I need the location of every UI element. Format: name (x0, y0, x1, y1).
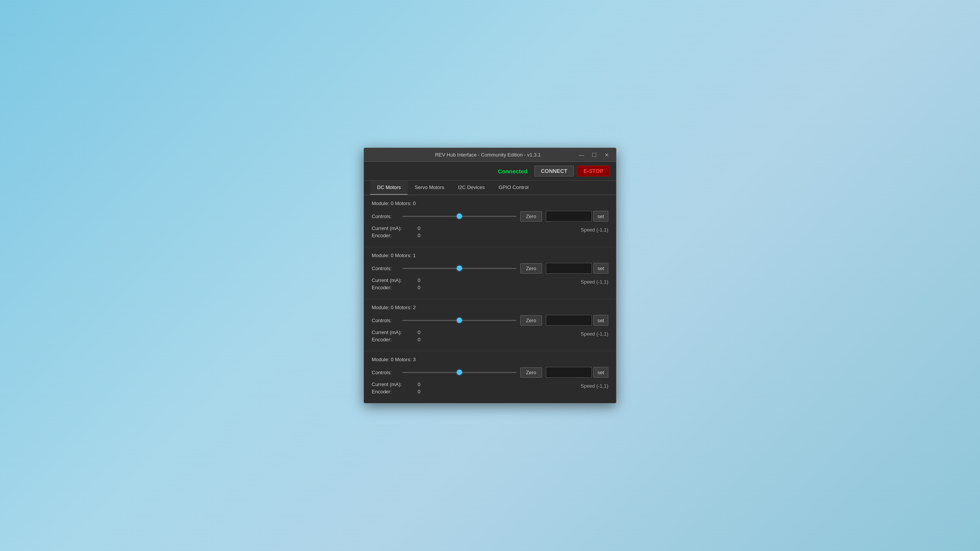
minimize-button[interactable]: — (577, 152, 586, 158)
motor-3-set-button[interactable]: set (593, 367, 608, 378)
motor-2-encoder-row: Encoder: 0 (372, 337, 420, 342)
motor-0-slider[interactable] (402, 212, 516, 220)
motor-2-encoder-label: Encoder: (372, 337, 418, 342)
motor-0-speed-label: Speed (-1,1) (581, 227, 608, 233)
tab-bar: DC Motors Servo Motors I2C Devices GPIO … (364, 181, 616, 195)
motor-0-set-row: set (546, 211, 608, 222)
motor-1-set-input[interactable] (546, 263, 592, 274)
motor-3-title: Module: 0 Motors: 3 (372, 357, 608, 362)
motor-2-controls-label: Controls: (372, 318, 399, 323)
motor-1-set-button[interactable]: set (593, 263, 608, 274)
motor-1-encoder-value: 0 (418, 285, 420, 290)
motor-1-speed-label: Speed (-1,1) (581, 279, 608, 285)
motor-1-slider[interactable] (402, 264, 516, 272)
window-title: REV Hub Interface - Community Edition - … (399, 152, 577, 158)
motor-2-set-button[interactable]: set (593, 315, 608, 326)
motor-1-current-value: 0 (418, 277, 420, 283)
motor-2-title: Module: 0 Motors: 2 (372, 305, 608, 310)
motor-3-current-row: Current (mA): 0 (372, 381, 420, 387)
motor-1-current-row: Current (mA): 0 (372, 277, 420, 283)
tab-servo-motors[interactable]: Servo Motors (408, 181, 451, 195)
motor-2-zero-button[interactable]: Zero (520, 315, 542, 326)
connect-button[interactable]: CONNECT (534, 166, 574, 176)
motor-0-controls-label: Controls: (372, 214, 399, 219)
motor-0-current-row: Current (mA): 0 (372, 225, 420, 231)
content-area: Module: 0 Motors: 0 Controls: Zero set (364, 195, 616, 403)
window-controls: — ☐ ✕ (577, 152, 611, 158)
connection-status: Connected (494, 166, 531, 176)
motor-1-encoder-row: Encoder: 0 (372, 285, 420, 290)
motor-2-current-label: Current (mA): (372, 329, 418, 335)
motor-section-2: Module: 0 Motors: 2 Controls: Zero set (364, 299, 616, 351)
motor-2-encoder-value: 0 (418, 337, 420, 342)
toolbar: Connected CONNECT E-STOP (364, 162, 616, 181)
motor-1-encoder-label: Encoder: (372, 285, 418, 290)
restore-button[interactable]: ☐ (590, 152, 599, 158)
estop-button[interactable]: E-STOP (577, 166, 610, 176)
motor-section-1: Module: 0 Motors: 1 Controls: Zero set (364, 247, 616, 299)
motor-3-encoder-label: Encoder: (372, 389, 418, 395)
motor-2-set-input[interactable] (546, 315, 592, 326)
motor-0-encoder-label: Encoder: (372, 233, 418, 238)
motor-3-set-input[interactable] (546, 367, 592, 378)
motor-2-set-row: set (546, 315, 608, 326)
motor-1-title: Module: 0 Motors: 1 (372, 253, 608, 258)
motor-3-current-label: Current (mA): (372, 381, 418, 387)
motor-3-controls-label: Controls: (372, 370, 399, 375)
motor-2-speed-label: Speed (-1,1) (581, 331, 608, 337)
motor-0-set-button[interactable]: set (593, 211, 608, 222)
motor-3-zero-button[interactable]: Zero (520, 367, 542, 378)
motor-0-title: Module: 0 Motors: 0 (372, 201, 608, 206)
main-window: REV Hub Interface - Community Edition - … (364, 148, 616, 403)
tab-gpio-control[interactable]: GPIO Control (492, 181, 536, 195)
motor-2-slider[interactable] (402, 316, 516, 324)
motor-3-current-value: 0 (418, 381, 420, 387)
motor-section-0: Module: 0 Motors: 0 Controls: Zero set (364, 195, 616, 247)
motor-0-encoder-value: 0 (418, 233, 420, 238)
motor-3-encoder-row: Encoder: 0 (372, 389, 420, 395)
motor-0-zero-button[interactable]: Zero (520, 211, 542, 222)
close-button[interactable]: ✕ (602, 152, 611, 158)
tab-i2c-devices[interactable]: I2C Devices (451, 181, 492, 195)
motor-2-current-value: 0 (418, 329, 420, 335)
motor-0-current-label: Current (mA): (372, 225, 418, 231)
motor-1-zero-button[interactable]: Zero (520, 263, 542, 274)
motor-0-set-input[interactable] (546, 211, 592, 222)
motor-0-current-value: 0 (418, 225, 420, 231)
tab-dc-motors[interactable]: DC Motors (370, 181, 408, 195)
motor-0-encoder-row: Encoder: 0 (372, 233, 420, 238)
motor-3-slider[interactable] (402, 368, 516, 376)
motor-1-set-row: set (546, 263, 608, 274)
motor-3-encoder-value: 0 (418, 389, 420, 395)
motor-1-controls-label: Controls: (372, 266, 399, 271)
motor-3-speed-label: Speed (-1,1) (581, 383, 608, 389)
motor-2-current-row: Current (mA): 0 (372, 329, 420, 335)
motor-section-3: Module: 0 Motors: 3 Controls: Zero set (364, 351, 616, 403)
motor-3-set-row: set (546, 367, 608, 378)
titlebar: REV Hub Interface - Community Edition - … (364, 148, 616, 162)
motor-1-current-label: Current (mA): (372, 277, 418, 283)
